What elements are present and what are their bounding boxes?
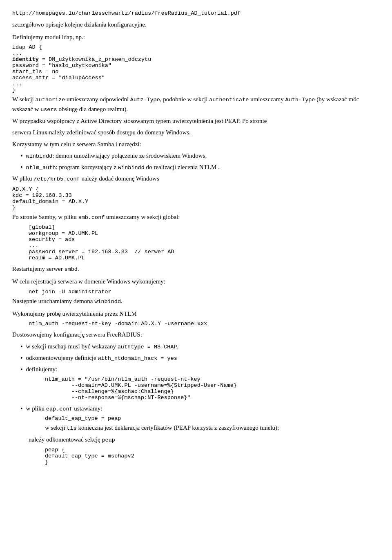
peap-code-block: peap { default_eap_type = mschapv2 } [45,447,380,465]
peap-code: peap [102,437,115,443]
smb-code-block: [global] workgroup = AD.UMK.PL security … [29,224,380,261]
auth-type-code: Auth-Type [285,97,315,103]
smbd-code: smbd [64,266,77,272]
bullet-dot-2: • [20,163,23,172]
bullet-ntlm-auth: • ntlm_auth: program korzystający z winb… [12,163,380,172]
fr-bullet4-text: w pliku eap.conf ustawiamy: [26,404,380,413]
smb-conf-line: Po stronie Samby, w pliku smb.conf umies… [12,212,380,222]
peap-line2: serwera Linux należy zdefiniować sposób … [12,128,380,137]
ntlm-title: Wykonujemy próbę uwierzytelnienia przez … [12,309,380,319]
samba-title: Korzystamy w tym celu z serwera Samba i … [12,140,380,149]
bullet-dot-3: • [20,342,23,352]
eap-tls-line: w sekcji tls konieczna jest deklaracja c… [29,423,380,433]
fr-bullet3: • definiujemy: [12,365,380,375]
bullet-dot-5: • [20,365,23,375]
eap-code-block: default_eap_type = peap [45,415,380,422]
authorize-code: authorize [35,97,65,103]
ldap-code-block: ldap AD { ... identity = DN_użytkownika_… [12,44,380,93]
winbindd-code: winbindd [26,153,53,159]
krb5-conf-code: /etc/krb5.conf [33,176,80,182]
authenticate-code: authenticate [209,97,249,103]
peap-line1: W przypadku współpracy z Active Director… [12,116,380,126]
winbindd-code2: winbindd [118,165,145,171]
ntlm-code-block: ntlm_auth -request-nt-key -domain=AD.X.Y… [29,321,380,327]
fr-bullet1: • w sekcji mschap musi być wskazany auth… [12,342,380,352]
bullet-winbindd: • winbindd: demon umożliwiający połączen… [12,151,380,161]
bullet-winbindd-text: winbindd: demon umożliwiający połączenie… [26,151,380,161]
fr-bullet2-text: odkomentowujemy definicje with_ntdomain_… [26,353,380,363]
bullet-ntlm-auth-text: ntlm_auth: program korzystający z winbin… [26,163,380,172]
bullet-dot-1: • [20,151,23,161]
fr-bullet3-text: definiujemy: [26,365,380,374]
ntlmauth2-code-block: ntlm_auth = "/usr/bin/ntlm_auth -request… [45,376,380,401]
fr-bullet1-text: w sekcji mschap musi być wskazany authty… [26,342,380,351]
ntlm-auth-code: ntlm_auth [26,165,56,171]
identity-keyword: identity [12,56,39,62]
autz-type-code: Autz-Type [130,97,160,103]
eap-conf-code: eap.conf [46,406,73,412]
restart-line: Restartujemy serwer smbd. [12,264,380,274]
netjoin-code-block: net join -U administrator [29,289,380,295]
section1-title: Definiujemy moduł ldap, np.: [12,33,380,42]
krb5-line: W pliku /etc/krb5.conf należy dodać dome… [12,174,380,183]
page-content: http://homepages.lu/charlesschwartz/radi… [12,8,380,465]
ntdomain-code: with_ntdomain_hack = yes [98,355,177,361]
tls-code: tls [67,425,76,431]
bullet-dot-4: • [20,353,23,363]
krb5-code-block: AD.X.Y { kdc = 192.168.3.33 default_doma… [12,186,380,211]
rejoin-title: W celu rejestracja serwera w domenie Win… [12,277,380,286]
demon-line: Następnie uruchamiamy demona winbindd. [12,297,380,306]
eap-peap-line: należy odkomentować sekcję peap [12,435,380,444]
fr-bullet4: • w pliku eap.conf ustawiamy: [12,404,380,414]
winbindd-demon-code: winbindd [94,299,121,305]
subtitle: szczegółowo opisuje kolejne działania ko… [12,20,380,29]
password-keyword: password [12,62,39,69]
bullet-dot-6: • [20,404,23,414]
authorize-text: W sekcji authorize umieszczany odpowiedn… [12,95,380,114]
smb-conf-code: smb.conf [78,214,105,221]
url-line: http://homepages.lu/charlesschwartz/radi… [12,8,380,18]
authtype-code: authtype = MS-CHAP [118,344,177,350]
freeradius-title: Dostosowujemy konfigurację serwera FreeR… [12,330,380,339]
users-code: users [40,107,57,113]
fr-bullet2: • odkomentowujemy definicje with_ntdomai… [12,353,380,363]
